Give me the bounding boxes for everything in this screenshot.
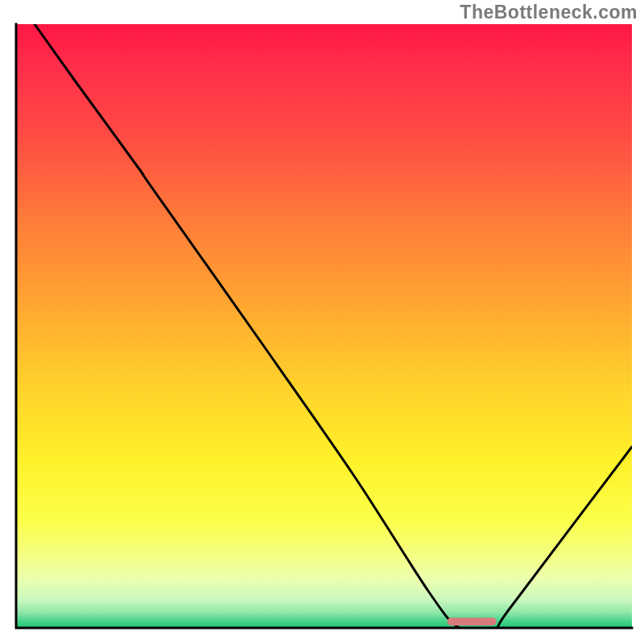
gradient-background <box>16 24 632 628</box>
optimal-marker <box>448 617 497 625</box>
watermark-text: TheBottleneck.com <box>460 2 638 23</box>
bottleneck-chart <box>0 0 644 644</box>
chart-container: TheBottleneck.com <box>0 0 644 644</box>
